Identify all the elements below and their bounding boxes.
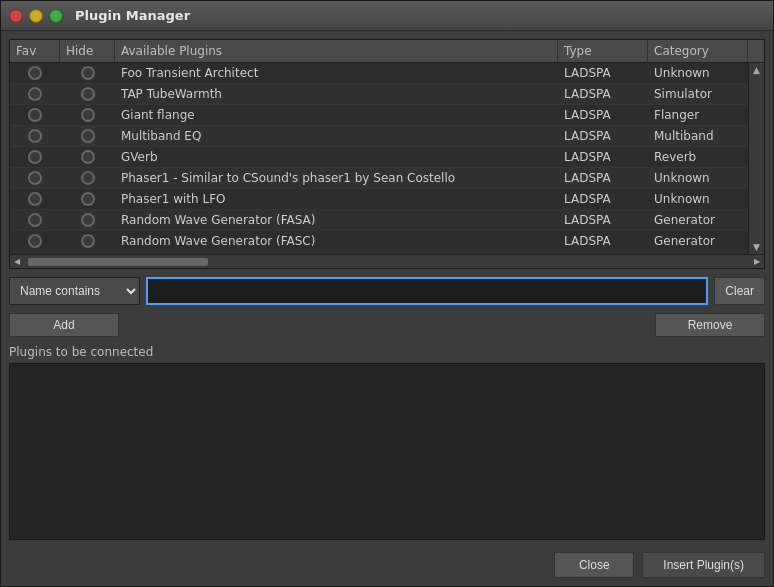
filter-type-select[interactable]: Name contains Type contains Category con… <box>9 277 140 305</box>
table-row[interactable]: Random Wave Generator (FASC)LADSPAGenera… <box>10 231 748 252</box>
hide-radio[interactable] <box>81 150 95 164</box>
fav-radio[interactable] <box>28 108 42 122</box>
plugin-name-cell: Foo Transient Architect <box>115 63 558 83</box>
hide-radio[interactable] <box>81 171 95 185</box>
plugin-name-cell: Phaser1 with LFO <box>115 189 558 209</box>
plugin-type-cell: LADSPA <box>558 84 648 104</box>
fav-radio[interactable] <box>28 213 42 227</box>
hide-radio[interactable] <box>81 234 95 248</box>
horizontal-scrollbar[interactable]: ◀ ▶ <box>10 254 764 268</box>
close-window-button[interactable] <box>9 9 23 23</box>
plugin-category-cell: Flanger <box>648 105 748 125</box>
filter-input[interactable] <box>146 277 708 305</box>
fav-cell[interactable] <box>10 126 60 146</box>
col-fav: Fav <box>10 40 60 62</box>
table-row[interactable]: Multiband EQLADSPAMultiband <box>10 126 748 147</box>
fav-radio[interactable] <box>28 66 42 80</box>
hide-cell[interactable] <box>60 210 115 230</box>
col-available-plugins: Available Plugins <box>115 40 558 62</box>
plugin-category-cell: Unknown <box>648 63 748 83</box>
plugin-category-cell: Reverb <box>648 147 748 167</box>
plugin-manager-window: Plugin Manager Fav Hide Available Plugin… <box>0 0 774 587</box>
plugin-type-cell: LADSPA <box>558 189 648 209</box>
plugins-section: Plugins to be connected <box>9 345 765 540</box>
scroll-up-arrow[interactable]: ▲ <box>749 63 765 77</box>
scroll-track <box>749 77 764 240</box>
hide-radio[interactable] <box>81 87 95 101</box>
table-body[interactable]: Foo Transient ArchitectLADSPAUnknownTAP … <box>10 63 748 254</box>
window-title: Plugin Manager <box>75 8 190 23</box>
scroll-left-arrow[interactable]: ◀ <box>10 255 24 269</box>
table-row[interactable]: Phaser1 - Similar to CSound's phaser1 by… <box>10 168 748 189</box>
fav-radio[interactable] <box>28 87 42 101</box>
fav-radio[interactable] <box>28 150 42 164</box>
plugin-name-cell: Giant flange <box>115 105 558 125</box>
col-type: Type <box>558 40 648 62</box>
hide-cell[interactable] <box>60 126 115 146</box>
scroll-right-arrow[interactable]: ▶ <box>750 255 764 269</box>
scroll-thumb[interactable] <box>28 258 208 266</box>
fav-cell[interactable] <box>10 147 60 167</box>
hide-radio[interactable] <box>81 213 95 227</box>
clear-button[interactable]: Clear <box>714 277 765 305</box>
hide-radio[interactable] <box>81 66 95 80</box>
fav-cell[interactable] <box>10 189 60 209</box>
fav-cell[interactable] <box>10 63 60 83</box>
plugin-category-cell: Unknown <box>648 168 748 188</box>
plugin-type-cell: LADSPA <box>558 231 648 251</box>
table-row[interactable]: GVerbLADSPAReverb <box>10 147 748 168</box>
fav-cell[interactable] <box>10 84 60 104</box>
hide-cell[interactable] <box>60 189 115 209</box>
insert-plugin-button[interactable]: Insert Plugin(s) <box>642 552 765 578</box>
plugin-name-cell: GVerb <box>115 147 558 167</box>
table-row[interactable]: Giant flangeLADSPAFlanger <box>10 105 748 126</box>
table-row[interactable]: TAP TubeWarmthLADSPASimulator <box>10 84 748 105</box>
hide-cell[interactable] <box>60 63 115 83</box>
plugin-type-cell: LADSPA <box>558 126 648 146</box>
fav-radio[interactable] <box>28 171 42 185</box>
table-row[interactable]: Foo Transient ArchitectLADSPAUnknown <box>10 63 748 84</box>
add-button[interactable]: Add <box>9 313 119 337</box>
fav-radio[interactable] <box>28 192 42 206</box>
hide-cell[interactable] <box>60 147 115 167</box>
plugin-type-cell: LADSPA <box>558 147 648 167</box>
minimize-button[interactable] <box>29 9 43 23</box>
close-button[interactable]: Close <box>554 552 634 578</box>
hide-cell[interactable] <box>60 105 115 125</box>
main-content: Fav Hide Available Plugins Type Category… <box>1 31 773 586</box>
plugin-type-cell: LADSPA <box>558 63 648 83</box>
plugin-table-container: Fav Hide Available Plugins Type Category… <box>9 39 765 269</box>
hide-cell[interactable] <box>60 231 115 251</box>
fav-cell[interactable] <box>10 168 60 188</box>
hide-radio[interactable] <box>81 192 95 206</box>
plugin-category-cell: Generator <box>648 231 748 251</box>
plugin-type-cell: LADSPA <box>558 105 648 125</box>
action-row: Add Remove <box>9 313 765 337</box>
fav-cell[interactable] <box>10 210 60 230</box>
hide-cell[interactable] <box>60 168 115 188</box>
col-category: Category <box>648 40 748 62</box>
fav-radio[interactable] <box>28 129 42 143</box>
table-row[interactable]: Phaser1 with LFOLADSPAUnknown <box>10 189 748 210</box>
hide-cell[interactable] <box>60 84 115 104</box>
plugin-type-cell: LADSPA <box>558 210 648 230</box>
col-hide: Hide <box>60 40 115 62</box>
bottom-row: Close Insert Plugin(s) <box>9 548 765 578</box>
vertical-scrollbar[interactable]: ▲ ▼ <box>748 63 764 254</box>
plugin-name-cell: Multiband EQ <box>115 126 558 146</box>
scroll-down-arrow[interactable]: ▼ <box>749 240 765 254</box>
fav-cell[interactable] <box>10 231 60 251</box>
fav-cell[interactable] <box>10 105 60 125</box>
plugin-name-cell: Random Wave Generator (FASA) <box>115 210 558 230</box>
table-row[interactable]: Random Wave Generator (FASA)LADSPAGenera… <box>10 210 748 231</box>
plugin-name-cell: Random Wave Generator (FASC) <box>115 231 558 251</box>
plugin-name-cell: TAP TubeWarmth <box>115 84 558 104</box>
hide-radio[interactable] <box>81 108 95 122</box>
fav-radio[interactable] <box>28 234 42 248</box>
table-header: Fav Hide Available Plugins Type Category <box>10 40 764 63</box>
hide-radio[interactable] <box>81 129 95 143</box>
maximize-button[interactable] <box>49 9 63 23</box>
plugin-name-cell: Phaser1 - Similar to CSound's phaser1 by… <box>115 168 558 188</box>
remove-button[interactable]: Remove <box>655 313 765 337</box>
plugins-box <box>9 363 765 540</box>
